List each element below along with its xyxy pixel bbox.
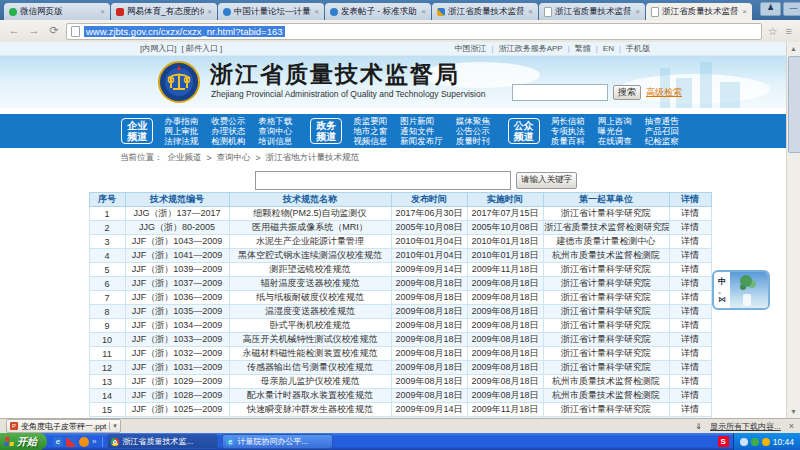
profile-icon[interactable]: ♟: [760, 2, 781, 16]
detail-link[interactable]: 详情: [669, 305, 711, 319]
chevron-down-icon[interactable]: ▾: [109, 422, 117, 430]
detail-link[interactable]: 详情: [669, 361, 711, 375]
detail-link[interactable]: 详情: [669, 347, 711, 361]
nav-item[interactable]: 媒体聚焦: [456, 116, 490, 126]
nav-item[interactable]: 法律法规: [164, 136, 198, 146]
nav-item[interactable]: 视频信息: [353, 136, 387, 146]
address-bar[interactable]: www.zjbts.gov.cn/cxzx/cxzx_nr.html?tabid…: [66, 23, 762, 40]
browser-tab[interactable]: 中国计量论坛—计量学院×: [218, 3, 324, 20]
back-icon[interactable]: ←: [6, 23, 22, 39]
detail-link[interactable]: 详情: [669, 319, 711, 333]
nav-item[interactable]: 图片新闻: [400, 116, 443, 126]
scroll-down-icon[interactable]: ▼: [787, 405, 800, 418]
nav-item[interactable]: 地市之窗: [353, 126, 387, 136]
detail-link[interactable]: 详情: [669, 249, 711, 263]
nav-item[interactable]: 网上审批: [164, 126, 198, 136]
forward-icon[interactable]: →: [26, 23, 42, 39]
nav-item[interactable]: 查询中心: [258, 126, 292, 136]
utility-link[interactable]: EN: [603, 44, 614, 53]
tab-close-icon[interactable]: ×: [100, 7, 105, 16]
tab-close-icon[interactable]: ×: [742, 7, 747, 16]
tray-shield-icon[interactable]: [751, 438, 759, 446]
app-quicklaunch-icon[interactable]: [66, 437, 76, 447]
channel-badge[interactable]: 政务 频道: [310, 118, 342, 144]
nav-item[interactable]: 在线调查: [598, 136, 632, 146]
detail-link[interactable]: 详情: [669, 221, 711, 235]
nav-item[interactable]: 新闻发布厅: [400, 136, 443, 146]
scroll-up-icon[interactable]: ▲: [787, 42, 800, 55]
nav-item[interactable]: 质量时刊: [456, 136, 490, 146]
tab-close-icon[interactable]: ×: [314, 7, 319, 16]
ime-toolbar[interactable]: 中 。 ⋈: [712, 270, 770, 310]
tab-close-icon[interactable]: ×: [421, 7, 426, 16]
page-scrollbar[interactable]: ▲ ▼: [786, 42, 800, 418]
butterfly-icon[interactable]: ⋈: [718, 295, 726, 304]
breadcrumb-link[interactable]: 查询中心: [216, 152, 250, 164]
clock[interactable]: 10:44: [773, 437, 794, 447]
detail-link[interactable]: 详情: [669, 291, 711, 305]
browser-tab[interactable]: 浙江省质量技术监督局×: [646, 3, 752, 20]
browser-quicklaunch-icon[interactable]: [79, 437, 89, 447]
nav-item[interactable]: 办事指南: [164, 116, 198, 126]
detail-link[interactable]: 详情: [669, 403, 711, 417]
nav-item[interactable]: 办理状态: [211, 126, 245, 136]
detail-link[interactable]: 详情: [669, 263, 711, 277]
header-search-button[interactable]: 搜索: [613, 85, 641, 100]
nav-item[interactable]: 检测机构: [211, 136, 245, 146]
breadcrumb-link[interactable]: 企业频道: [168, 152, 202, 164]
scrollbar-thumb[interactable]: [788, 56, 800, 153]
keyword-search-input[interactable]: [255, 171, 511, 190]
utility-link[interactable]: 繁體: [575, 43, 591, 54]
advanced-search-link[interactable]: 高级检索: [646, 86, 682, 99]
nav-item[interactable]: 曝光台: [598, 126, 632, 136]
reload-icon[interactable]: ⟳: [46, 23, 62, 39]
menu-icon[interactable]: ≡: [784, 25, 794, 37]
detail-link[interactable]: 详情: [669, 277, 711, 291]
detail-link[interactable]: 详情: [669, 333, 711, 347]
start-button[interactable]: 开始: [0, 433, 47, 450]
close-download-bar-icon[interactable]: ×: [789, 421, 794, 431]
nav-item[interactable]: 质监要闻: [353, 116, 387, 126]
browser-tab[interactable]: 发表帖子 - 标准求助 -×: [325, 3, 431, 20]
browser-tab[interactable]: 浙江省质量技术监督局_首×: [432, 3, 538, 20]
sogou-ime-icon[interactable]: S: [718, 436, 729, 447]
breadcrumb-link[interactable]: 浙江省地方计量技术规范: [265, 152, 359, 164]
nav-item[interactable]: 抽查通告: [645, 116, 679, 126]
utility-link[interactable]: 浙江政务服务APP: [499, 43, 563, 54]
tray-update-icon[interactable]: [762, 438, 770, 446]
ie-quicklaunch-icon[interactable]: e: [53, 437, 63, 447]
nav-item[interactable]: 质量百科: [551, 136, 585, 146]
header-search-input[interactable]: [512, 84, 608, 101]
detail-link[interactable]: 详情: [669, 207, 711, 221]
browser-tab[interactable]: 网易体育_有态度的体育门×: [111, 3, 217, 20]
downloaded-file-name[interactable]: 变角度电子皮带秤一.ppt: [21, 421, 106, 432]
browser-tab[interactable]: 浙江省质量技术监督局×: [539, 3, 645, 20]
nav-item[interactable]: 通知文件: [400, 126, 443, 136]
nav-item[interactable]: 产品召回: [645, 126, 679, 136]
utility-link[interactable]: 手机版: [626, 43, 650, 54]
utility-link[interactable]: [内网入口]: [140, 43, 176, 54]
task-button[interactable]: 浙江省质量技术监...: [107, 434, 218, 449]
nav-item[interactable]: 纪检监察: [645, 136, 679, 146]
detail-link[interactable]: 详情: [669, 375, 711, 389]
nav-item[interactable]: 公告公示: [456, 126, 490, 136]
keyword-search-button[interactable]: 请输入关键字: [516, 172, 577, 189]
nav-item[interactable]: 培训信息: [258, 136, 292, 146]
show-all-downloads-link[interactable]: 显示所有下载内容...: [710, 421, 781, 432]
nav-item[interactable]: 表格下载: [258, 116, 292, 126]
chevron-expand-icon[interactable]: »: [92, 437, 96, 446]
tab-close-icon[interactable]: ×: [528, 7, 533, 16]
nav-item[interactable]: 专项执法: [551, 126, 585, 136]
browser-tab[interactable]: 微信网页版×: [4, 3, 110, 20]
nav-item[interactable]: 网上咨询: [598, 116, 632, 126]
tray-volume-icon[interactable]: [740, 438, 748, 446]
task-button[interactable]: e计量院协同办公平...: [222, 434, 333, 449]
minimize-button[interactable]: —: [783, 2, 800, 16]
tab-close-icon[interactable]: ×: [207, 7, 212, 16]
bookmark-star-icon[interactable]: ☆: [766, 25, 780, 38]
nav-item[interactable]: 收费公示: [211, 116, 245, 126]
downloaded-file-chip[interactable]: P 变角度电子皮带秤一.ppt ▾: [6, 419, 121, 433]
detail-link[interactable]: 详情: [669, 389, 711, 403]
url-text[interactable]: www.zjbts.gov.cn/cxzx/cxzx_nr.html?tabid…: [84, 26, 285, 37]
ime-punct-icon[interactable]: 。: [718, 286, 726, 295]
